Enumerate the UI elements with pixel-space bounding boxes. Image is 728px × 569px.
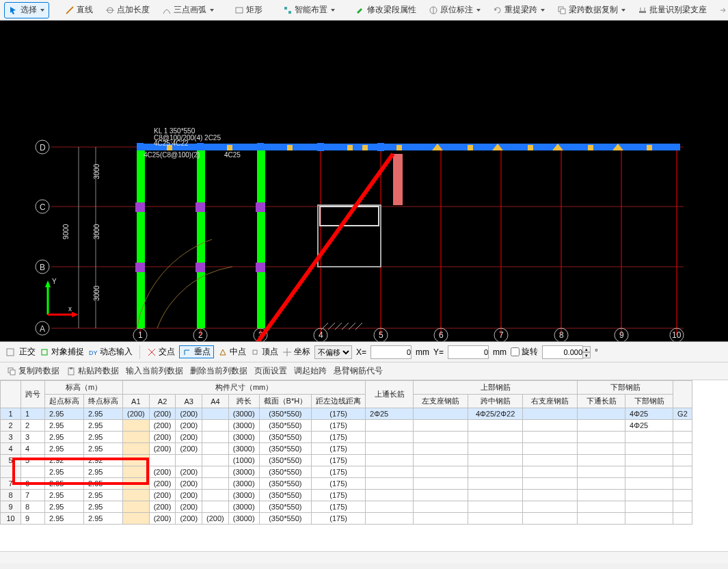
dyn-toggle[interactable]: DYN 动态输入 xyxy=(88,346,133,358)
svg-text:4C25: 4C25 xyxy=(224,151,241,159)
svg-text:10: 10 xyxy=(672,330,682,340)
svg-text:D: D xyxy=(40,143,46,153)
ortho-toggle[interactable]: 正交 xyxy=(19,346,36,358)
svg-text:C: C xyxy=(40,202,46,212)
rotate-toggle[interactable]: 旋转 xyxy=(511,346,538,358)
svg-marker-102 xyxy=(72,312,79,317)
drawing-canvas[interactable]: D C B A 1 2 3 4 5 6 7 8 9 10 9000 3000 3… xyxy=(0,21,728,342)
svg-text:B: B xyxy=(40,263,45,272)
cross-snap[interactable]: 交点 xyxy=(147,346,175,358)
mid-snap[interactable]: 中点 xyxy=(218,346,246,358)
table-row[interactable]: 112.952.95(200)(200)(200)(3000)(350*550)… xyxy=(1,408,692,420)
caret-down-icon xyxy=(40,9,44,12)
svg-text:5: 5 xyxy=(379,330,383,340)
batchsupport-button[interactable]: 批量识别梁支座 xyxy=(633,2,712,18)
copy-span-btn[interactable]: 复制跨数据 xyxy=(7,365,59,377)
svg-rect-88 xyxy=(256,263,265,272)
offset-select[interactable]: 不偏移 xyxy=(314,345,352,359)
del-col-btn[interactable]: 删除当前列数据 xyxy=(190,365,247,377)
svg-line-0 xyxy=(66,7,73,14)
svg-rect-121 xyxy=(10,370,15,375)
svg-text:x: x xyxy=(68,305,72,313)
svg-text:4: 4 xyxy=(319,330,323,340)
x-input[interactable] xyxy=(370,345,412,359)
select-button[interactable]: 选择 xyxy=(4,2,49,18)
svg-text:3000: 3000 xyxy=(93,285,100,301)
table-row[interactable]: 222.952.95(200)(200)(3000)(350*550)(175)… xyxy=(1,420,692,432)
adjust-first-btn[interactable]: 调起始跨 xyxy=(294,365,327,377)
osnap-toggle[interactable]: 对象捕捉 xyxy=(40,346,84,358)
hscrollbar[interactable] xyxy=(0,551,728,564)
svg-rect-84 xyxy=(196,202,205,212)
svg-text:3000: 3000 xyxy=(93,163,100,179)
arc3-button[interactable]: 三点画弧 xyxy=(157,2,219,18)
svg-rect-68 xyxy=(287,145,293,150)
vert-grids xyxy=(140,147,677,335)
svg-rect-10 xyxy=(639,11,646,13)
page-setup-btn[interactable]: 页面设置 xyxy=(254,365,287,377)
svg-text:Y: Y xyxy=(52,278,57,285)
row5-highlight xyxy=(12,458,149,485)
rect-button[interactable]: 矩形 xyxy=(230,2,267,18)
table-row[interactable]: 982.952.95(200)(200)(3000)(350*550)(175) xyxy=(1,501,692,513)
svg-text:DYN: DYN xyxy=(89,349,98,356)
svg-rect-73 xyxy=(468,145,473,150)
table-header: 跨号 标高（m） 构件尺寸（mm） 上通长筋 上部钢筋 下部钢筋 起点标高 终点… xyxy=(1,381,692,408)
svg-rect-117 xyxy=(253,350,257,354)
cantilever-btn[interactable]: 悬臂钢筋代号 xyxy=(334,365,383,377)
applysame-button[interactable]: 应用到同 xyxy=(714,2,728,18)
table-row[interactable]: 332.952.95(200)(200)(3000)(350*550)(175) xyxy=(1,432,692,443)
editspanattr-button[interactable]: 修改梁段属性 xyxy=(351,2,421,18)
smartplace-button[interactable]: 智能布置 xyxy=(278,2,340,18)
svg-rect-64 xyxy=(317,143,324,151)
svg-rect-80 xyxy=(137,150,145,328)
sub-toolbar: 复制跨数据 粘贴跨数据 输入当前列数据 删除当前列数据 页面设置 调起始跨 悬臂… xyxy=(0,362,728,380)
table-row[interactable]: 1092.952.95(200)(200)(200)(3000)(350*550… xyxy=(1,513,692,525)
svg-text:3000: 3000 xyxy=(93,224,100,239)
table-row[interactable]: 872.952.95(200)(200)(3000)(350*550)(175) xyxy=(1,490,692,501)
svg-rect-3 xyxy=(236,8,243,13)
copyspandata-button[interactable]: 梁跨数据复制 xyxy=(552,2,630,18)
y-input[interactable] xyxy=(448,345,489,359)
svg-text:6: 6 xyxy=(439,330,444,340)
svg-rect-87 xyxy=(196,263,205,272)
svg-rect-111 xyxy=(7,349,14,356)
svg-rect-85 xyxy=(256,202,265,212)
svg-text:A: A xyxy=(40,324,45,334)
snap-bar: 正交 对象捕捉 DYN 动态输入 交点 垂点 中点 顶点 坐标 不偏移 X= m… xyxy=(0,342,728,362)
grid-bubbles-numbers: 1 2 3 4 5 6 7 8 9 10 xyxy=(133,328,684,342)
svg-rect-69 xyxy=(347,145,353,150)
svg-marker-116 xyxy=(220,349,226,355)
svg-text:7: 7 xyxy=(499,330,504,340)
svg-rect-62 xyxy=(197,143,204,151)
arcs xyxy=(137,239,232,328)
svg-text:9000: 9000 xyxy=(62,224,70,239)
svg-text:8: 8 xyxy=(559,330,564,340)
svg-rect-81 xyxy=(197,150,205,328)
top-snap[interactable]: 顶点 xyxy=(250,346,278,358)
line-button[interactable]: 直线 xyxy=(60,2,98,18)
svg-rect-86 xyxy=(135,263,145,272)
svg-rect-5 xyxy=(288,11,291,14)
perp-snap[interactable]: 垂点 xyxy=(179,345,214,358)
svg-text:9: 9 xyxy=(619,330,624,340)
x-label: X= xyxy=(356,347,366,357)
svg-text:1: 1 xyxy=(138,330,143,340)
paste-span-btn[interactable]: 粘贴跨数据 xyxy=(66,365,119,377)
table-row[interactable]: 442.952.95(200)(200)(3000)(350*550)(175) xyxy=(1,443,692,455)
beam-table-wrap[interactable]: 跨号 标高（m） 构件尺寸（mm） 上通长筋 上部钢筋 下部钢筋 起点标高 终点… xyxy=(0,380,728,551)
cad-viewport[interactable]: D C B A 1 2 3 4 5 6 7 8 9 10 9000 3000 3… xyxy=(0,21,728,342)
enter-col-btn[interactable]: 输入当前列数据 xyxy=(126,365,183,377)
walls xyxy=(318,154,403,267)
coord-snap[interactable]: 坐标 xyxy=(282,346,310,358)
svg-rect-75 xyxy=(528,145,533,150)
svg-rect-79 xyxy=(647,145,652,150)
rotate-spinner[interactable]: ▴▾ xyxy=(542,345,591,359)
dimension-lines: 9000 3000 3000 3000 xyxy=(62,147,100,328)
origmark-button[interactable]: 原位标注 xyxy=(424,2,485,18)
columns xyxy=(137,150,265,328)
reloadspan-button[interactable]: 重提梁跨 xyxy=(488,2,550,18)
addlen-button[interactable]: 点加长度 xyxy=(100,2,154,18)
svg-marker-99 xyxy=(45,280,51,287)
svg-rect-82 xyxy=(257,150,265,328)
